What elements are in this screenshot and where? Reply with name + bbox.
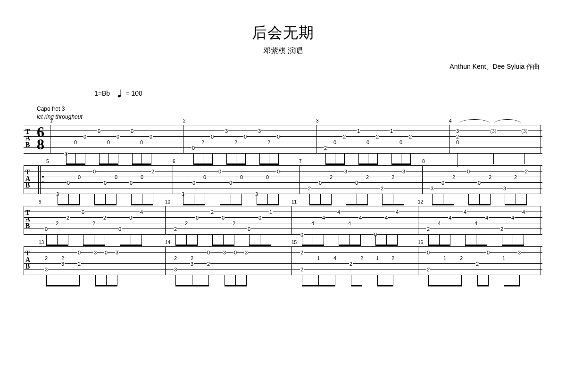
tab-staff: TAB9101112022022004220202001044444044244… [24, 206, 542, 235]
barline [291, 246, 292, 275]
fret-number: 2 [324, 145, 327, 151]
fret-number: 2 [174, 226, 177, 232]
note-stem [183, 194, 183, 204]
fret-number: 0 [83, 134, 87, 139]
bar-number: 5 [46, 159, 49, 164]
bar-number: 1 [50, 118, 53, 123]
barline [291, 206, 292, 234]
tab-clef-label: TAB [25, 169, 30, 189]
note-stem [367, 194, 368, 204]
fret-number: 0 [258, 215, 262, 220]
note-stem [208, 275, 209, 286]
capo-instruction: Capo fret 3 [37, 106, 566, 112]
note-stem [278, 154, 279, 164]
fret-number: 0 [92, 169, 96, 174]
barline [183, 125, 183, 153]
note-stem [68, 235, 68, 245]
tab-clef-label: TAB [25, 129, 30, 148]
note-stem [443, 194, 443, 204]
note-stem [465, 235, 466, 245]
tempo-indicator: 1=Bb = 100 [94, 89, 566, 99]
note-stem [249, 235, 250, 245]
fret-number: 0 [426, 250, 430, 255]
note-stem [428, 235, 429, 245]
note-stem [454, 194, 454, 204]
note-stem [346, 194, 346, 204]
barline [173, 165, 173, 194]
fret-number: 0 [207, 250, 210, 255]
note-stem [58, 194, 58, 204]
note-stem [476, 235, 476, 245]
note-stem [493, 154, 494, 164]
note-stem [450, 235, 450, 245]
fret-number: 2 [349, 261, 353, 267]
note-stem [117, 275, 117, 286]
beam [120, 245, 142, 246]
note-stem [116, 194, 117, 204]
fret-number: 2 [77, 261, 81, 267]
fret-number: 0 [103, 180, 107, 186]
note-stem [401, 154, 401, 164]
tab-staff: TAB681234300000000020320320202102102023(… [24, 125, 542, 154]
beam [175, 245, 198, 246]
fret-number: 0 [77, 250, 81, 255]
fret-number: 2 [426, 267, 430, 272]
beam [225, 285, 247, 286]
fret-number: 3 [244, 250, 248, 255]
fret-number: 2 [61, 255, 65, 261]
tab-system: TAB681234300000000020320320202102102023(… [24, 125, 542, 154]
tab-score: TAB681234300000000020320320202102102023(… [24, 125, 542, 276]
fret-number: 3 [61, 261, 65, 267]
note-stem [225, 275, 225, 286]
fret-number: 2 [391, 255, 395, 261]
note-stem [397, 235, 398, 245]
note-stem [479, 194, 480, 204]
note-stem [68, 194, 69, 204]
note-stem [105, 235, 105, 245]
fret-number: 0 [130, 128, 134, 134]
fret-number: 0 [191, 145, 195, 151]
fret-number: 4 [485, 215, 489, 220]
bar-number: 11 [291, 199, 297, 204]
tab-staff: TAB1314151632322030332322030322142212201… [24, 246, 542, 276]
barline [449, 125, 449, 153]
note-stem [63, 275, 63, 286]
note-stem [241, 194, 242, 204]
fret-number: 0 [107, 139, 110, 145]
fret-number: 1 [269, 209, 273, 215]
note-stem [445, 275, 445, 286]
note-stem [386, 235, 387, 245]
tab-clef-label: TAB [25, 250, 30, 270]
note-stem [477, 275, 478, 286]
note-stem [458, 154, 458, 167]
fret-number: 3 [115, 250, 119, 255]
bar-number: 4 [449, 118, 452, 123]
note-stem [203, 154, 203, 164]
fret-number: 0 [129, 215, 133, 220]
fret-number: 4 [511, 215, 515, 220]
note-stem [85, 154, 85, 164]
fret-number: 0 [221, 215, 225, 220]
beam [382, 204, 404, 205]
beam [428, 245, 450, 246]
note-stem [488, 275, 489, 286]
note-stem [94, 194, 95, 204]
fret-number: 4 [522, 209, 525, 215]
beam [432, 204, 454, 205]
note-stem [153, 194, 153, 204]
fret-number: 0 [97, 128, 101, 134]
note-stem [350, 235, 350, 245]
note-stem [335, 275, 335, 286]
note-stem [267, 194, 268, 204]
fret-number: 2 [380, 186, 384, 191]
fret-number: 2 [366, 174, 369, 180]
note-stem [260, 235, 260, 245]
note-stem [362, 275, 362, 286]
note-stem [175, 235, 176, 245]
fret-number: 0 [333, 139, 337, 145]
note-stem [377, 275, 378, 286]
note-stem [461, 275, 462, 286]
fret-number: 3 [190, 261, 194, 267]
fret-number: 2 [151, 169, 155, 174]
note-stem [142, 194, 142, 204]
